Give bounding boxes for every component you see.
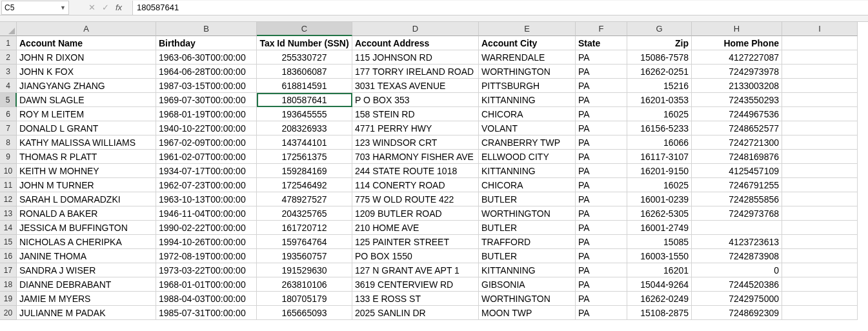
cell[interactable]: 177 TORRY IRELAND ROAD	[352, 65, 479, 79]
cell[interactable]: Tax Id Number (SSN)	[257, 36, 352, 50]
cell[interactable]	[782, 249, 858, 263]
cell[interactable]: 1987-03-15T00:00:00	[156, 79, 257, 93]
cell[interactable]: 208326933	[257, 121, 352, 135]
cell[interactable]: 193645555	[257, 107, 352, 121]
cell[interactable]: PA	[576, 65, 627, 79]
row-header[interactable]: 19	[0, 292, 17, 306]
cell[interactable]: 16262-0249	[627, 292, 692, 306]
cell[interactable]: PA	[576, 150, 627, 164]
cell[interactable]: JOHN M TURNER	[17, 178, 156, 192]
cell[interactable]: ROY M LEITEM	[17, 107, 156, 121]
cell[interactable]: 7248652577	[692, 121, 782, 135]
cell[interactable]: ELLWOOD CITY	[479, 150, 576, 164]
cell[interactable]: PA	[576, 306, 627, 320]
row-header[interactable]: 5	[0, 93, 17, 107]
cell[interactable]: 16201	[627, 263, 692, 277]
cell[interactable]: TRAFFORD	[479, 235, 576, 249]
cell[interactable]: 191529630	[257, 263, 352, 277]
cell[interactable]: DIANNE DEBRABANT	[17, 277, 156, 292]
cell[interactable]: THOMAS R PLATT	[17, 150, 156, 164]
cell[interactable]: 1964-06-28T00:00:00	[156, 65, 257, 79]
cell[interactable]: PA	[576, 263, 627, 277]
cell[interactable]: CHICORA	[479, 107, 576, 121]
cell[interactable]: 16201-0353	[627, 93, 692, 107]
cell[interactable]: 115 JOHNSON RD	[352, 50, 479, 65]
cell[interactable]: Account Name	[17, 36, 156, 50]
cell[interactable]: PA	[576, 235, 627, 249]
cell[interactable]: PO BOX 1550	[352, 249, 479, 263]
column-header-E[interactable]: E	[479, 22, 576, 36]
cell[interactable]: 7248169876	[692, 150, 782, 164]
cell[interactable]: RONALD A BAKER	[17, 206, 156, 221]
cell[interactable]: 4125457109	[692, 164, 782, 178]
row-header[interactable]: 18	[0, 277, 17, 292]
row-header[interactable]: 7	[0, 121, 17, 135]
cell[interactable]	[782, 206, 858, 221]
cell[interactable]: 159284169	[257, 164, 352, 178]
cell[interactable]: 16001-2749	[627, 221, 692, 235]
column-header-A[interactable]: A	[17, 22, 156, 36]
insert-function-icon[interactable]: fx	[116, 3, 126, 12]
cancel-edit-icon[interactable]: ✕	[88, 3, 96, 12]
cell[interactable]: P O BOX 353	[352, 93, 479, 107]
cell[interactable]: 193560757	[257, 249, 352, 263]
cell[interactable]: 0	[692, 263, 782, 277]
cell[interactable]	[692, 221, 782, 235]
cell[interactable]: 7242721300	[692, 135, 782, 150]
cell[interactable]	[782, 192, 858, 206]
cell[interactable]: 123 WINDSOR CRT	[352, 135, 479, 150]
cell[interactable]: 16003-1550	[627, 249, 692, 263]
cell[interactable]: KITTANNING	[479, 93, 576, 107]
cell[interactable]: 255330727	[257, 50, 352, 65]
cell[interactable]: PA	[576, 107, 627, 121]
cell[interactable]	[782, 263, 858, 277]
cell[interactable]: 133 E ROSS ST	[352, 292, 479, 306]
cell[interactable]: WORTHINGTON	[479, 206, 576, 221]
cell[interactable]	[782, 107, 858, 121]
cell[interactable]: 1963-10-13T00:00:00	[156, 192, 257, 206]
cell[interactable]: 15216	[627, 79, 692, 93]
cell[interactable]: 7242855856	[692, 192, 782, 206]
cell[interactable]: 1968-01-01T00:00:00	[156, 277, 257, 292]
cell[interactable]: JIANGYANG ZHANG	[17, 79, 156, 93]
cell[interactable]: KEITH W MOHNEY	[17, 164, 156, 178]
cell[interactable]: PA	[576, 221, 627, 235]
cell[interactable]: 1209 BUTLER ROAD	[352, 206, 479, 221]
cell[interactable]: JULIANNE M PADAK	[17, 306, 156, 320]
cell[interactable]: 180705179	[257, 292, 352, 306]
cell[interactable]: 210 HOME AVE	[352, 221, 479, 235]
cell[interactable]: 3031 TEXAS AVENUE	[352, 79, 479, 93]
row-header[interactable]: 11	[0, 178, 17, 192]
cell[interactable]: 158 STEIN RD	[352, 107, 479, 121]
row-header[interactable]: 13	[0, 206, 17, 221]
cell[interactable]: DONALD L GRANT	[17, 121, 156, 135]
cell[interactable]: KITTANNING	[479, 164, 576, 178]
cell[interactable]: 1973-03-22T00:00:00	[156, 263, 257, 277]
cell[interactable]: 16262-5305	[627, 206, 692, 221]
cell[interactable]	[782, 306, 858, 320]
column-header-I[interactable]: I	[782, 22, 858, 36]
cell[interactable]: KATHY MALISSA WILLIAMS	[17, 135, 156, 150]
cell[interactable]: DAWN SLAGLE	[17, 93, 156, 107]
cell[interactable]: MOON TWP	[479, 306, 576, 320]
cell[interactable]: PA	[576, 93, 627, 107]
cell[interactable]: 16025	[627, 107, 692, 121]
cell[interactable]: 1968-01-19T00:00:00	[156, 107, 257, 121]
cell[interactable]: PA	[576, 79, 627, 93]
cell[interactable]: 172561375	[257, 150, 352, 164]
cell[interactable]: VOLANT	[479, 121, 576, 135]
cell[interactable]	[782, 135, 858, 150]
cell[interactable]: WORTHINGTON	[479, 292, 576, 306]
cell[interactable]: 7244967536	[692, 107, 782, 121]
cell[interactable]: 165665093	[257, 306, 352, 320]
cell[interactable]: Home Phone	[692, 36, 782, 50]
cell[interactable]: 2133003208	[692, 79, 782, 93]
cell[interactable]: 703 HARMONY FISHER AVE	[352, 150, 479, 164]
cell[interactable]: 775 W OLD ROUTE 422	[352, 192, 479, 206]
cell[interactable]: JOHN R DIXON	[17, 50, 156, 65]
cell[interactable]: 1988-04-03T00:00:00	[156, 292, 257, 306]
cell[interactable]: SANDRA J WISER	[17, 263, 156, 277]
row-header[interactable]: 4	[0, 79, 17, 93]
cell[interactable]: 125 PAINTER STREET	[352, 235, 479, 249]
cell[interactable]: 1990-02-22T00:00:00	[156, 221, 257, 235]
